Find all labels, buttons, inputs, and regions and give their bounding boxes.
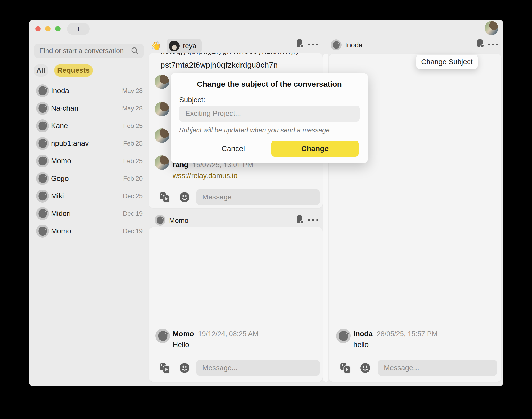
momo-chat-title: Momo bbox=[169, 217, 188, 225]
avatar bbox=[36, 207, 49, 220]
avatar bbox=[36, 84, 49, 97]
more-options-icon[interactable] bbox=[308, 44, 318, 45]
conversation-row[interactable]: Momo Dec 19 bbox=[29, 222, 147, 240]
conversation-date: Feb 20 bbox=[123, 175, 143, 182]
avatar bbox=[36, 119, 49, 132]
conversation-name: Gogo bbox=[51, 174, 69, 183]
more-options-icon[interactable] bbox=[308, 219, 318, 221]
conversation-date: Dec 19 bbox=[123, 210, 143, 217]
change-subject-dialog: Change the subject of the conversation S… bbox=[171, 73, 368, 163]
message-input-wrap[interactable] bbox=[196, 360, 320, 376]
new-chat-button[interactable]: + bbox=[67, 23, 90, 35]
avatar bbox=[36, 137, 49, 150]
message-text: hello bbox=[353, 341, 369, 349]
message-input[interactable] bbox=[383, 364, 492, 372]
avatar bbox=[36, 155, 49, 167]
conversation-date: May 28 bbox=[122, 105, 143, 112]
wave-emoji: 👋 bbox=[151, 41, 161, 51]
conversation-name: Na-chan bbox=[51, 104, 78, 112]
avatar bbox=[36, 190, 49, 203]
message-sender: Momo bbox=[173, 330, 194, 338]
subject-input[interactable] bbox=[179, 106, 360, 122]
message-avatar bbox=[155, 329, 170, 343]
message-timestamp: 19/12/24, 08:25 AM bbox=[198, 330, 258, 338]
more-options-icon[interactable] bbox=[488, 44, 498, 45]
message-input[interactable] bbox=[202, 193, 314, 202]
conversation-row[interactable]: Gogo Feb 20 bbox=[29, 170, 147, 187]
minimize-window-button[interactable] bbox=[45, 26, 51, 31]
message-avatar bbox=[336, 329, 351, 343]
conversation-row[interactable]: Inoda May 28 bbox=[29, 82, 147, 100]
conversation-date: May 28 bbox=[122, 87, 143, 94]
conversation-row[interactable]: Midori Dec 19 bbox=[29, 205, 147, 222]
conversation-date: Feb 25 bbox=[123, 157, 143, 165]
relay-link[interactable]: wss://relay.damus.io bbox=[173, 172, 238, 180]
conversation-row[interactable]: npub1:anav Feb 25 bbox=[29, 135, 147, 152]
close-window-button[interactable] bbox=[35, 26, 41, 31]
conversation-name: Inoda bbox=[51, 87, 69, 95]
momo-chat-panel: Momo19/12/24, 08:25 AM Hello bbox=[149, 227, 323, 382]
emoji-icon[interactable] bbox=[179, 362, 190, 373]
inoda-header-avatar bbox=[331, 39, 342, 50]
attach-media-icon[interactable] bbox=[340, 362, 351, 374]
message-avatar bbox=[155, 75, 169, 89]
search-conversations[interactable] bbox=[34, 44, 144, 58]
change-subject-icon[interactable] bbox=[476, 39, 485, 49]
conversation-name: Midori bbox=[51, 210, 71, 218]
conversation-date: Dec 25 bbox=[123, 192, 143, 200]
emoji-icon[interactable] bbox=[179, 192, 190, 203]
conversation-date: Feb 25 bbox=[123, 122, 143, 130]
subject-label: Subject: bbox=[179, 96, 205, 104]
filter-all-button[interactable]: All bbox=[34, 64, 48, 77]
message-input-wrap[interactable] bbox=[196, 189, 320, 205]
npub-line-clipped: ketoqjyqtnpagziygh4wfe3oynzkhwwjfy bbox=[161, 53, 320, 59]
change-button[interactable]: Change bbox=[271, 141, 359, 157]
conversation-name: Kane bbox=[51, 122, 68, 130]
cancel-button[interactable]: Cancel bbox=[210, 141, 256, 157]
filter-requests-button[interactable]: Requests bbox=[54, 64, 93, 77]
message-input[interactable] bbox=[202, 364, 314, 372]
change-subject-tooltip: Change Subject bbox=[416, 55, 478, 69]
search-input[interactable] bbox=[39, 47, 131, 55]
emoji-icon[interactable] bbox=[360, 362, 371, 373]
change-subject-icon[interactable] bbox=[296, 215, 304, 225]
npub-line: pst7mta2t6wpjh0qfzkdrdgu8ch7n bbox=[161, 61, 278, 69]
conversation-row[interactable]: Momo Feb 25 bbox=[29, 152, 147, 170]
conversation-row[interactable]: Kane Feb 25 bbox=[29, 117, 147, 135]
dialog-title: Change the subject of the conversation bbox=[171, 80, 368, 88]
reya-chat-title-pill[interactable]: reya bbox=[167, 39, 202, 53]
change-subject-icon[interactable] bbox=[296, 39, 304, 49]
conversation-name: Momo bbox=[51, 157, 71, 165]
conversation-date: Feb 25 bbox=[123, 140, 143, 147]
zoom-window-button[interactable] bbox=[55, 26, 61, 31]
message-input-wrap[interactable] bbox=[378, 360, 497, 376]
subject-hint: Subject will be updated when you send a … bbox=[179, 126, 331, 134]
conversation-row[interactable]: Miki Dec 25 bbox=[29, 187, 147, 205]
screenshot-stage: + All Requests Inoda May 28 Na-chan May … bbox=[0, 0, 532, 419]
inoda-chat-title: Inoda bbox=[345, 41, 363, 49]
attach-media-icon[interactable] bbox=[159, 362, 170, 374]
message-avatar bbox=[155, 155, 169, 170]
avatar bbox=[36, 172, 49, 185]
conversation-name: npub1:anav bbox=[51, 139, 89, 148]
avatar bbox=[36, 225, 49, 238]
search-icon bbox=[131, 47, 139, 55]
message-text: Hello bbox=[173, 341, 189, 349]
message-avatar bbox=[155, 128, 169, 143]
conversation-row[interactable]: Na-chan May 28 bbox=[29, 100, 147, 117]
conversation-date: Dec 19 bbox=[123, 228, 143, 235]
message-sender: Inoda bbox=[353, 330, 373, 338]
conversation-list: Inoda May 28 Na-chan May 28 Kane Feb 25 … bbox=[29, 82, 147, 240]
message-avatar bbox=[155, 102, 169, 116]
message-timestamp: 28/05/25, 15:57 PM bbox=[377, 330, 438, 338]
attach-media-icon[interactable] bbox=[159, 192, 170, 203]
avatar bbox=[36, 102, 49, 115]
reya-avatar bbox=[169, 41, 180, 51]
reya-chat-title: reya bbox=[183, 42, 196, 50]
conversation-name: Momo bbox=[51, 227, 71, 235]
account-avatar[interactable] bbox=[485, 21, 498, 35]
app-window: + All Requests Inoda May 28 Na-chan May … bbox=[29, 20, 503, 386]
momo-header-avatar bbox=[155, 215, 165, 226]
conversation-name: Miki bbox=[51, 192, 64, 200]
chevron-down-icon[interactable] bbox=[502, 25, 503, 31]
